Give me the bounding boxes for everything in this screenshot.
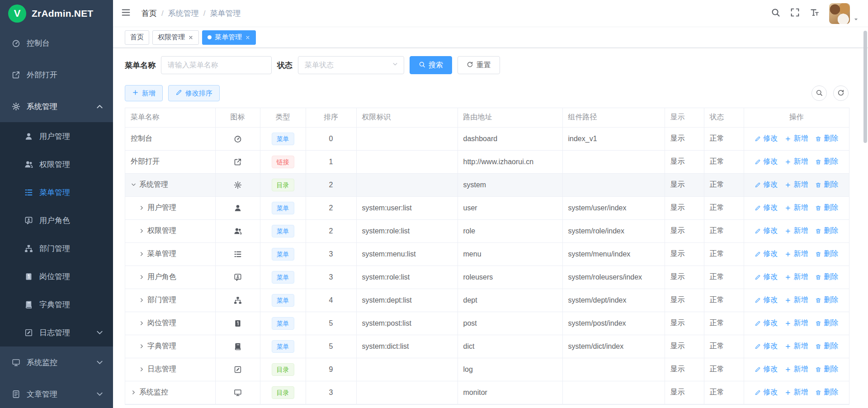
row-edit-link[interactable]: 修改	[755, 180, 778, 190]
row-delete-link[interactable]: 删除	[815, 388, 838, 397]
user-menu[interactable]	[829, 3, 859, 24]
expand-arrow-icon[interactable]	[139, 297, 145, 303]
row-edit-link[interactable]: 修改	[755, 134, 778, 143]
expand-arrow-icon[interactable]	[139, 274, 145, 280]
menu-name-content: 外部打开	[131, 157, 210, 166]
cell-order: 5	[306, 335, 356, 358]
sidebar-item-dashboard[interactable]: 控制台	[0, 27, 113, 59]
cell-visible: 显示	[665, 266, 704, 289]
row-delete-link[interactable]: 删除	[815, 157, 838, 166]
sidebar-item-system[interactable]: 系统管理	[0, 90, 113, 122]
sidebar-item-monitor[interactable]: 系统监控	[0, 346, 113, 378]
row-add-link[interactable]: 新增	[785, 365, 808, 374]
expand-arrow-icon[interactable]	[131, 182, 137, 188]
row-delete-link[interactable]: 删除	[815, 342, 838, 351]
header-search-icon[interactable]	[771, 8, 780, 19]
sidebar-item-role[interactable]: 权限管理	[0, 150, 113, 178]
menu-name-text: 用户角色	[147, 272, 176, 282]
row-delete-link[interactable]: 删除	[815, 203, 838, 213]
row-add-link[interactable]: 新增	[785, 180, 808, 190]
row-edit-link[interactable]: 修改	[755, 203, 778, 213]
user-avatar[interactable]	[829, 3, 850, 24]
row-add-link[interactable]: 新增	[785, 203, 808, 213]
action-label: 删除	[824, 318, 838, 328]
row-edit-link[interactable]: 修改	[755, 249, 778, 259]
row-add-link[interactable]: 新增	[785, 272, 808, 282]
scrollbar-thumb[interactable]	[863, 31, 867, 143]
menu-name-input[interactable]	[161, 56, 272, 74]
row-add-link[interactable]: 新增	[785, 295, 808, 305]
row-add-link[interactable]: 新增	[785, 388, 808, 397]
row-add-link[interactable]: 新增	[785, 249, 808, 259]
row-delete-link[interactable]: 删除	[815, 365, 838, 374]
row-delete-link[interactable]: 删除	[815, 134, 838, 143]
row-delete-link[interactable]: 删除	[815, 226, 838, 236]
row-edit-link[interactable]: 修改	[755, 157, 778, 166]
row-edit-link[interactable]: 修改	[755, 342, 778, 351]
breadcrumb-item[interactable]: 首页	[142, 8, 157, 19]
cell-path: user	[458, 196, 562, 219]
row-edit-link[interactable]: 修改	[755, 318, 778, 328]
cell-menu-name: 菜单管理	[125, 242, 215, 266]
expand-arrow-icon[interactable]	[131, 389, 137, 395]
cell-visible: 显示	[665, 219, 704, 242]
edit-icon	[175, 89, 182, 97]
sidebar-item-dict[interactable]: 字典管理	[0, 290, 113, 318]
sidebar-item-post[interactable]: 岗位管理	[0, 262, 113, 290]
expand-arrow-icon[interactable]	[139, 205, 145, 211]
row-delete-link[interactable]: 删除	[815, 180, 838, 190]
row-delete-link[interactable]: 删除	[815, 249, 838, 259]
add-button[interactable]: 新增	[125, 85, 163, 101]
sidebar-item-user[interactable]: 用户管理	[0, 122, 113, 150]
row-add-link[interactable]: 新增	[785, 134, 808, 143]
row-add-link[interactable]: 新增	[785, 226, 808, 236]
sort-edit-button[interactable]: 修改排序	[168, 85, 220, 101]
user-menu-caret-icon[interactable]	[853, 16, 859, 24]
sidebar-item-dept[interactable]: 部门管理	[0, 234, 113, 262]
scrollbar[interactable]	[863, 28, 867, 406]
table-row: 外部打开链接1http://www.izhaorui.cn显示正常修改新增删除	[125, 150, 849, 173]
row-edit-link[interactable]: 修改	[755, 365, 778, 374]
sidebar-item-log[interactable]: 日志管理	[0, 318, 113, 346]
cell-type: 目录	[260, 358, 306, 381]
sidebar-item-roleusers[interactable]: 用户角色	[0, 206, 113, 234]
sidebar-item-article[interactable]: 文章管理	[0, 378, 113, 408]
table-row: 系统监控目录3monitor显示正常修改新增删除	[125, 381, 849, 404]
row-add-link[interactable]: 新增	[785, 318, 808, 328]
sidebar-item-label: 控制台	[27, 38, 50, 48]
row-edit-link[interactable]: 修改	[755, 226, 778, 236]
sidebar-item-external[interactable]: 外部打开	[0, 59, 113, 90]
row-edit-link[interactable]: 修改	[755, 272, 778, 282]
tab-menu[interactable]: 菜单管理	[202, 30, 256, 45]
sidebar-item-menu[interactable]: 菜单管理	[0, 178, 113, 206]
row-delete-link[interactable]: 删除	[815, 318, 838, 328]
tab-close-icon[interactable]	[245, 35, 250, 40]
row-delete-link[interactable]: 删除	[815, 295, 838, 305]
expand-arrow-icon[interactable]	[139, 228, 145, 234]
tab-perm[interactable]: 权限管理	[152, 30, 199, 45]
expand-arrow-icon[interactable]	[139, 251, 145, 257]
breadcrumb-item[interactable]: 系统管理	[168, 8, 199, 19]
tab-close-icon[interactable]	[188, 35, 193, 40]
expand-arrow-icon[interactable]	[139, 366, 145, 372]
row-add-link[interactable]: 新增	[785, 342, 808, 351]
row-add-link[interactable]: 新增	[785, 157, 808, 166]
font-size-icon[interactable]	[810, 8, 819, 19]
tab-home[interactable]: 首页	[125, 30, 149, 45]
sidebar-toggle-icon[interactable]	[121, 8, 131, 19]
cell-type: 菜单	[260, 242, 306, 266]
refresh-table-button[interactable]	[833, 85, 849, 101]
fullscreen-icon[interactable]	[790, 8, 800, 19]
sidebar-item-label: 岗位管理	[39, 271, 70, 282]
reset-button[interactable]: 重置	[458, 56, 500, 74]
expand-arrow-icon[interactable]	[139, 320, 145, 326]
row-edit-link[interactable]: 修改	[755, 388, 778, 397]
search-button[interactable]: 搜索	[410, 56, 452, 74]
table-header-row: 菜单名称图标类型排序权限标识路由地址组件路径显示状态操作	[125, 108, 849, 127]
logo-icon: V	[8, 5, 26, 23]
row-edit-link[interactable]: 修改	[755, 295, 778, 305]
row-delete-link[interactable]: 删除	[815, 272, 838, 282]
expand-arrow-icon[interactable]	[139, 343, 145, 349]
menu-status-select[interactable]: 菜单状态	[298, 56, 404, 74]
show-search-button[interactable]	[811, 85, 827, 101]
